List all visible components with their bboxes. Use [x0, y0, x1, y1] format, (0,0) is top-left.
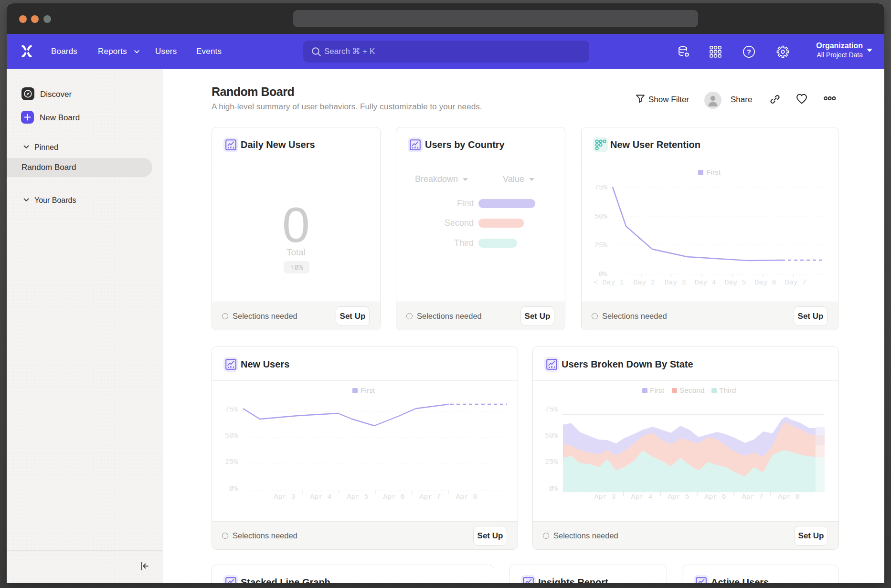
svg-text:Apr 7: Apr 7 — [419, 493, 441, 501]
svg-text:Apr 5: Apr 5 — [668, 493, 689, 501]
svg-text:Ø%: Ø% — [549, 485, 558, 493]
svg-text:?: ? — [747, 48, 751, 56]
svg-text:50%: 50% — [545, 432, 558, 440]
svg-text:25%: 25% — [545, 458, 558, 466]
svg-text:Day 5: Day 5 — [724, 279, 746, 287]
svg-text:Apr 6: Apr 6 — [704, 493, 726, 501]
svg-text:Ø%: Ø% — [599, 271, 608, 279]
svg-text:Apr 3: Apr 3 — [274, 493, 295, 501]
svg-text:Apr 4: Apr 4 — [310, 493, 331, 501]
svg-text:<: < — [594, 279, 598, 287]
svg-text:Apr 4: Apr 4 — [631, 493, 652, 501]
svg-text:25%: 25% — [225, 458, 238, 466]
svg-text:Apr 8: Apr 8 — [778, 493, 799, 501]
svg-text:75%: 75% — [225, 406, 238, 414]
svg-text:Day 7: Day 7 — [785, 279, 806, 287]
svg-text:50%: 50% — [594, 213, 608, 221]
svg-text:75%: 75% — [594, 184, 608, 192]
svg-text:75%: 75% — [545, 406, 558, 414]
svg-text:Day 1: Day 1 — [602, 279, 624, 287]
svg-text:First: First — [650, 386, 665, 394]
svg-text:25%: 25% — [594, 242, 608, 250]
svg-text:Day 2: Day 2 — [633, 279, 655, 287]
svg-text:Second: Second — [679, 386, 705, 394]
svg-text:Apr 5: Apr 5 — [347, 493, 368, 501]
svg-text:First: First — [361, 386, 375, 394]
svg-text:Apr 7: Apr 7 — [742, 493, 763, 501]
svg-text:Day 3: Day 3 — [664, 279, 686, 287]
svg-text:Apr 8: Apr 8 — [456, 493, 477, 501]
svg-text:Apr 3: Apr 3 — [594, 493, 615, 501]
svg-text:Third: Third — [719, 386, 736, 394]
svg-text:Day 6: Day 6 — [754, 279, 776, 287]
svg-text:Day 4: Day 4 — [694, 279, 716, 287]
svg-text:Ø%: Ø% — [229, 485, 238, 493]
svg-text:50%: 50% — [225, 432, 238, 440]
svg-text:First: First — [706, 168, 721, 176]
svg-text:Apr 6: Apr 6 — [383, 493, 404, 501]
